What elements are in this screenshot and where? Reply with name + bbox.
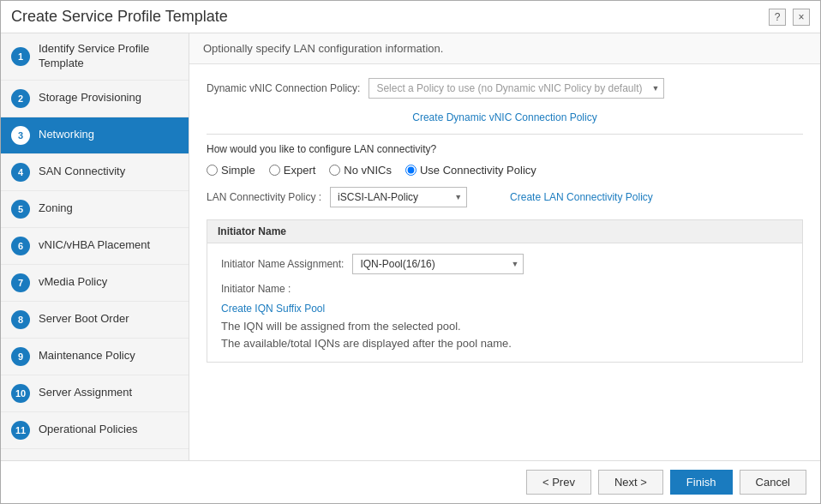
radio-use-connectivity-label: Use Connectivity Policy [420, 164, 536, 177]
finish-button[interactable]: Finish [670, 470, 733, 495]
radio-expert-label: Expert [284, 164, 316, 177]
sidebar-item-6[interactable]: 6vNIC/vHBA Placement [1, 228, 189, 265]
info-banner-text: Optionally specify LAN configuration inf… [203, 42, 443, 55]
cancel-button[interactable]: Cancel [740, 470, 806, 495]
dynamic-vnic-label: Dynamic vNIC Connection Policy: [207, 82, 360, 94]
sidebar-item-4[interactable]: 4SAN Connectivity [1, 154, 189, 191]
dynamic-vnic-row: Dynamic vNIC Connection Policy: Select a… [207, 78, 803, 99]
initiator-helper-text: The IQN will be assigned from the select… [221, 318, 788, 351]
initiator-section: Initiator Name Initiator Name Assignment… [207, 219, 803, 363]
initiator-assignment-label: Initiator Name Assignment: [221, 258, 344, 270]
lan-connectivity-select[interactable]: iSCSI-LAN-Policy [330, 187, 467, 207]
sidebar-label-3: Networking [39, 128, 94, 142]
initiator-header: Initiator Name [207, 220, 802, 243]
sidebar-label-10: Server Assignment [39, 386, 132, 400]
sidebar-label-8: Server Boot Order [39, 312, 129, 327]
create-iqn-suffix-link[interactable]: Create IQN Suffix Pool [221, 303, 325, 315]
initiator-name-label: Initiator Name : [221, 283, 291, 295]
sidebar-label-6: vNIC/vHBA Placement [39, 238, 150, 253]
lan-connectivity-select-wrapper: iSCSI-LAN-Policy [330, 187, 467, 207]
sidebar-item-10[interactable]: 10Server Assignment [1, 375, 189, 412]
dialog-title-bar: Create Service Profile Template ? × [1, 1, 820, 33]
sidebar: 1Identify Service Profile Template2Stora… [1, 33, 189, 460]
lan-config-question: How would you like to configure LAN conn… [207, 143, 803, 155]
radio-simple-label: Simple [221, 164, 255, 177]
sidebar-num-1: 1 [11, 47, 30, 66]
prev-button[interactable]: < Prev [526, 470, 591, 495]
lan-radio-group: Simple Expert No vNICs Use Connectivity … [207, 164, 803, 177]
sidebar-label-9: Maintenance Policy [39, 349, 135, 363]
sidebar-item-2[interactable]: 2Storage Provisioning [1, 81, 189, 117]
helper-line-1: The IQN will be assigned from the select… [221, 318, 788, 335]
dialog-title: Create Service Profile Template [11, 8, 228, 26]
radio-simple[interactable]: Simple [207, 164, 255, 177]
sidebar-item-8[interactable]: 8Server Boot Order [1, 302, 189, 339]
radio-use-connectivity[interactable]: Use Connectivity Policy [405, 164, 536, 177]
sidebar-label-11: Operational Policies [39, 423, 138, 437]
close-button[interactable]: × [793, 9, 810, 26]
radio-expert[interactable]: Expert [269, 164, 316, 177]
sidebar-label-4: SAN Connectivity [39, 165, 125, 179]
create-dynamic-vnic-link[interactable]: Create Dynamic vNIC Connection Policy [412, 111, 596, 123]
create-lan-connectivity-link[interactable]: Create LAN Connectivity Policy [510, 191, 653, 203]
sidebar-num-6: 6 [11, 237, 30, 255]
sidebar-item-1[interactable]: 1Identify Service Profile Template [1, 33, 189, 81]
dialog-body: 1Identify Service Profile Template2Stora… [1, 33, 820, 460]
sidebar-num-11: 11 [11, 421, 30, 440]
info-banner: Optionally specify LAN configuration inf… [189, 33, 820, 64]
sidebar-item-5[interactable]: 5Zoning [1, 191, 189, 228]
sidebar-label-7: vMedia Policy [39, 275, 107, 290]
sidebar-num-2: 2 [11, 89, 30, 108]
iqn-pool-select[interactable]: IQN-Pool(16/16) [352, 254, 524, 274]
sidebar-item-9[interactable]: 9Maintenance Policy [1, 339, 189, 375]
main-content: Optionally specify LAN configuration inf… [189, 33, 820, 460]
sidebar-num-9: 9 [11, 347, 30, 366]
initiator-body: Initiator Name Assignment: IQN-Pool(16/1… [207, 243, 802, 362]
content-area: Dynamic vNIC Connection Policy: Select a… [189, 64, 820, 460]
initiator-assignment-row: Initiator Name Assignment: IQN-Pool(16/1… [221, 254, 788, 274]
radio-no-vnics-label: No vNICs [344, 164, 392, 177]
sidebar-label-1: Identify Service Profile Template [39, 42, 178, 71]
sidebar-item-3[interactable]: 3Networking [1, 117, 189, 154]
sidebar-num-4: 4 [11, 163, 30, 182]
sidebar-num-3: 3 [11, 126, 30, 145]
help-button[interactable]: ? [769, 9, 786, 26]
sidebar-num-7: 7 [11, 273, 30, 292]
radio-no-vnics[interactable]: No vNICs [329, 164, 392, 177]
next-button[interactable]: Next > [598, 470, 663, 495]
dynamic-vnic-select-wrapper: Select a Policy to use (no Dynamic vNIC … [369, 78, 664, 99]
title-actions: ? × [769, 9, 810, 26]
sidebar-item-7[interactable]: 7vMedia Policy [1, 265, 189, 302]
initiator-name-row: Initiator Name : [221, 283, 788, 295]
sidebar-label-5: Zoning [39, 201, 73, 216]
dialog-footer: < Prev Next > Finish Cancel [1, 460, 820, 503]
sidebar-num-8: 8 [11, 310, 30, 329]
sidebar-label-2: Storage Provisioning [39, 91, 141, 105]
helper-line-2: The available/total IQNs are displayed a… [221, 335, 788, 352]
lan-connectivity-label: LAN Connectivity Policy : [207, 191, 321, 203]
dynamic-vnic-select[interactable]: Select a Policy to use (no Dynamic vNIC … [369, 78, 664, 99]
iqn-select-wrapper: IQN-Pool(16/16) [352, 254, 524, 274]
sidebar-item-11[interactable]: 11Operational Policies [1, 412, 189, 449]
create-service-profile-dialog: Create Service Profile Template ? × 1Ide… [0, 0, 821, 504]
sidebar-num-5: 5 [11, 200, 30, 219]
lan-connectivity-row: LAN Connectivity Policy : iSCSI-LAN-Poli… [207, 187, 803, 207]
separator-1 [207, 134, 803, 135]
sidebar-num-10: 10 [11, 384, 30, 403]
